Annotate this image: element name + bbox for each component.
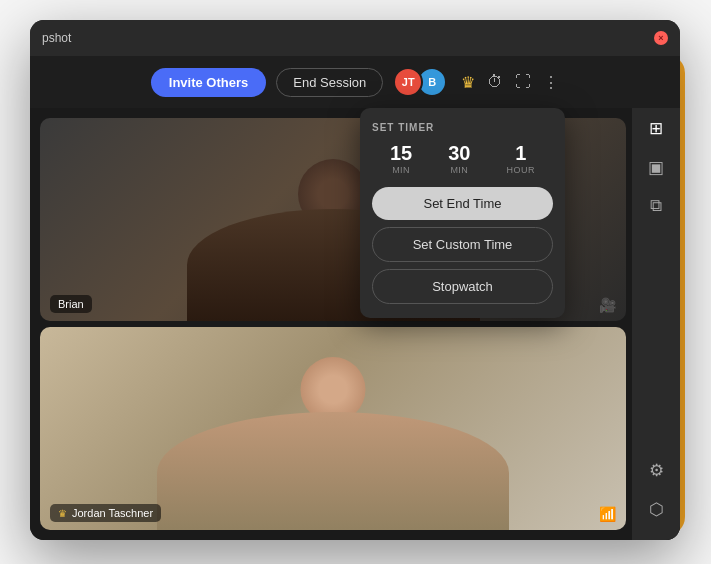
crown-icon[interactable]: ♛ <box>461 73 475 92</box>
timer-unit-hour: HOUR <box>507 165 536 175</box>
pip-layout-icon[interactable]: ⧉ <box>650 196 662 216</box>
right-sidebar: ⊞ ▣ ⧉ ⚙ ⬡ <box>632 108 680 540</box>
camera-icon-brian: 🎥 <box>599 297 616 313</box>
sidebar-layout-icon[interactable]: ▣ <box>648 157 664 178</box>
set-custom-time-button[interactable]: Set Custom Time <box>372 227 553 262</box>
avatar-group: JT B <box>393 67 447 97</box>
app-title: pshot <box>42 31 71 45</box>
timer-value-30: 30 <box>448 143 470 163</box>
invite-others-button[interactable]: Invite Others <box>151 68 266 97</box>
fullscreen-icon[interactable]: ⛶ <box>515 73 531 91</box>
name-badge-jordan: ♛ Jordan Taschner <box>50 504 161 522</box>
participant-name-brian: Brian <box>58 298 84 310</box>
avatar-jt: JT <box>393 67 423 97</box>
stopwatch-button[interactable]: Stopwatch <box>372 269 553 304</box>
timer-option-15min[interactable]: 15 MIN <box>390 143 412 175</box>
crown-badge-jordan: ♛ <box>58 508 67 519</box>
export-icon[interactable]: ⬡ <box>649 499 664 520</box>
bottom-sidebar-icons: ⚙ ⬡ <box>649 460 664 530</box>
set-end-time-button[interactable]: Set End Time <box>372 187 553 220</box>
timer-section-label: SET TIMER <box>372 122 553 133</box>
timer-value-1: 1 <box>515 143 526 163</box>
wifi-icon-jordan: 📶 <box>599 506 616 522</box>
more-options-icon[interactable]: ⋮ <box>543 73 559 92</box>
timer-value-15: 15 <box>390 143 412 163</box>
timer-panel: SET TIMER 15 MIN 30 MIN 1 HOUR Set End T… <box>360 108 565 318</box>
name-badge-brian: Brian <box>50 295 92 313</box>
main-content: Brian 🎥 ♛ Jordan Taschner 📶 SET TIMER 15… <box>30 108 680 540</box>
close-icon: × <box>658 34 663 43</box>
gear-icon[interactable]: ⚙ <box>649 460 664 481</box>
timer-option-1hour[interactable]: 1 HOUR <box>507 143 536 175</box>
toolbar: Invite Others End Session JT B ♛ ⏱ ⛶ ⋮ <box>30 56 680 108</box>
clock-icon[interactable]: ⏱ <box>487 73 503 91</box>
participant-name-jordan: Jordan Taschner <box>72 507 153 519</box>
toolbar-icons: ♛ ⏱ ⛶ ⋮ <box>461 73 559 92</box>
timer-options: 15 MIN 30 MIN 1 HOUR <box>372 143 553 175</box>
close-button[interactable]: × <box>654 31 668 45</box>
end-session-button[interactable]: End Session <box>276 68 383 97</box>
title-bar: pshot × <box>30 20 680 56</box>
app-window: pshot × Invite Others End Session JT B ♛… <box>30 20 680 540</box>
video-tile-jordan: ♛ Jordan Taschner 📶 <box>40 327 626 530</box>
timer-unit-15: MIN <box>392 165 410 175</box>
timer-unit-30: MIN <box>450 165 468 175</box>
grid-layout-icon[interactable]: ⊞ <box>649 118 663 139</box>
timer-option-30min[interactable]: 30 MIN <box>448 143 470 175</box>
